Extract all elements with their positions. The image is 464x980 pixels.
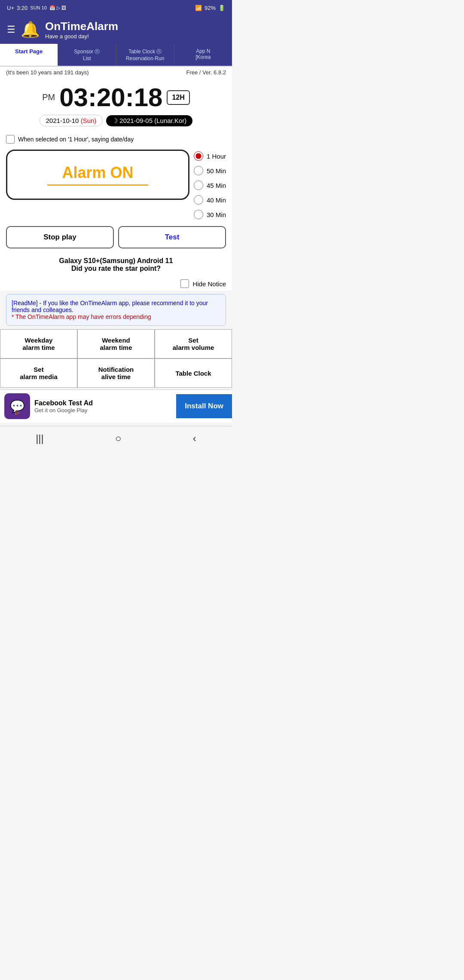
alarm-word: Alarm — [62, 164, 110, 181]
gregorian-date: 2021-10-10 (Sun) — [40, 115, 103, 126]
radio-30min[interactable]: 30 Min — [194, 210, 226, 219]
day-of-week: (Sun) — [81, 117, 97, 124]
radio-1hour[interactable]: 1 Hour — [194, 151, 226, 161]
version-text: Free / Ver. 6.8.2 — [186, 69, 226, 76]
device-info: Galaxy S10+(Samsung) Android 11 Did you … — [0, 253, 232, 277]
radio-1hour-input[interactable] — [194, 151, 203, 161]
moon-icon: ☽ — [112, 117, 118, 125]
main-panel: Alarm ON 1 Hour 50 Min 45 Min 40 Min 30 … — [0, 147, 232, 222]
radio-1hour-label: 1 Hour — [207, 153, 226, 160]
gregorian-date-text: 2021-10-10 — [46, 117, 79, 124]
set-alarm-media-button[interactable]: Setalarm media — [0, 358, 77, 388]
ad-title: Facebook Test Ad — [34, 399, 176, 407]
notification-alive-button[interactable]: Notificationalive time — [77, 358, 155, 388]
install-now-button[interactable]: Install Now — [176, 394, 232, 418]
bell-icon: 🔔 — [21, 21, 40, 39]
radio-30min-label: 30 Min — [207, 211, 226, 218]
clock-ampm: PM — [42, 92, 55, 102]
checkbox-label: When selected on '1 Hour', saying date/d… — [18, 136, 134, 143]
nav-home-button[interactable]: ○ — [115, 432, 122, 444]
ad-banner: 💬 ▷ Facebook Test Ad Get it on Google Pl… — [0, 389, 232, 423]
stop-play-button[interactable]: Stop play — [6, 226, 114, 248]
lunar-date: ☽ 2021-09-05 (Lunar.Kor) — [106, 115, 192, 126]
info-bar: (It's been 10 years and 191 days) Free /… — [0, 67, 232, 78]
radio-options: 1 Hour 50 Min 45 Min 40 Min 30 Min — [194, 150, 226, 219]
radio-50min-input[interactable] — [194, 166, 203, 175]
action-buttons-row: Stop play Test — [0, 222, 232, 253]
status-left: U+ 3:20 SUN 10 📅 ▷ 🖼 — [7, 5, 66, 11]
readme-box: [ReadMe] - If you like the OnTimeAlarm a… — [6, 294, 226, 326]
alarm-on-word: ON — [110, 164, 134, 181]
radio-40min-label: 40 Min — [207, 196, 226, 204]
clock-time: 03:20:18 — [59, 83, 162, 112]
ad-icon: 💬 ▷ — [4, 393, 30, 419]
carrier-label: U+ — [7, 5, 14, 11]
battery-icon: 🔋 — [218, 5, 225, 11]
alarm-underline — [47, 184, 149, 186]
status-right: 📶 92% 🔋 — [195, 5, 225, 11]
tab-table-clock[interactable]: Table Clock ⓝReservation·Run — [116, 44, 174, 66]
readme-line1: [ReadMe] - If you like the OnTimeAlarm a… — [12, 300, 220, 313]
ad-text: Facebook Test Ad Get it on Google Play — [34, 399, 176, 413]
alarm-box[interactable]: Alarm ON — [6, 150, 189, 200]
device-line2: Did you rate the star point? — [6, 265, 226, 273]
radio-40min-input[interactable] — [194, 195, 203, 205]
radio-45min-label: 45 Min — [207, 182, 226, 189]
hide-notice-row: Hide Notice — [0, 277, 232, 291]
table-clock-button[interactable]: Table Clock — [155, 358, 232, 388]
readme-line2: * The OnTimeAlarm app may have errors de… — [12, 313, 220, 320]
tab-sponsor-list[interactable]: Sponsor ⓝList — [58, 44, 116, 66]
menu-icon[interactable]: ☰ — [7, 24, 15, 35]
alarm-status-text: Alarm ON — [62, 164, 133, 182]
clock-format-button[interactable]: 12H — [167, 90, 189, 105]
status-time: 3:20 — [17, 5, 27, 11]
app-subtitle: Have a good day! — [45, 33, 118, 40]
radio-30min-input[interactable] — [194, 210, 203, 219]
app-title: OnTimeAlarm — [45, 20, 118, 33]
days-text: (It's been 10 years and 191 days) — [6, 69, 89, 76]
status-bar: U+ 3:20 SUN 10 📅 ▷ 🖼 📶 92% 🔋 — [0, 0, 232, 15]
clock-display: PM 03:20:18 12H — [6, 83, 226, 112]
tab-bar: Start Page Sponsor ⓝList Table Clock ⓝRe… — [0, 44, 232, 67]
bottom-buttons: Weekdayalarm time Weekendalarm time Seta… — [0, 329, 232, 388]
device-line1: Galaxy S10+(Samsung) Android 11 — [6, 257, 226, 265]
nav-back-button[interactable]: ‹ — [193, 432, 196, 444]
set-alarm-volume-button[interactable]: Setalarm volume — [155, 329, 232, 358]
hide-notice-checkbox[interactable] — [180, 279, 189, 288]
lunar-date-text: 2021-09-05 (Lunar.Kor) — [119, 117, 186, 124]
status-icons: SUN 10 📅 ▷ 🖼 — [30, 5, 66, 11]
radio-40min[interactable]: 40 Min — [194, 195, 226, 205]
nav-pause-button[interactable]: ||| — [36, 432, 44, 444]
hour-date-checkbox[interactable] — [6, 135, 15, 144]
header-text: OnTimeAlarm Have a good day! — [45, 20, 118, 40]
radio-50min[interactable]: 50 Min — [194, 166, 226, 175]
ad-play-icon: ▷ — [15, 410, 19, 416]
weekday-alarm-button[interactable]: Weekdayalarm time — [0, 329, 77, 358]
date-row: 2021-10-10 (Sun) ☽ 2021-09-05 (Lunar.Kor… — [6, 115, 226, 126]
radio-50min-label: 50 Min — [207, 167, 226, 175]
test-button[interactable]: Test — [118, 226, 226, 248]
radio-45min-input[interactable] — [194, 181, 203, 190]
nav-bar: ||| ○ ‹ — [0, 426, 232, 450]
tab-app-n[interactable]: App N[Korea — [174, 44, 232, 66]
battery-label: 92% — [205, 5, 216, 11]
tab-start-page[interactable]: Start Page — [0, 44, 58, 66]
weekend-alarm-button[interactable]: Weekendalarm time — [77, 329, 155, 358]
wifi-icon: 📶 — [195, 5, 202, 11]
radio-45min[interactable]: 45 Min — [194, 181, 226, 190]
clock-area: PM 03:20:18 12H 2021-10-10 (Sun) ☽ 2021-… — [0, 78, 232, 132]
ad-subtitle: Get it on Google Play — [34, 407, 176, 413]
hide-notice-label: Hide Notice — [192, 280, 226, 288]
checkbox-row: When selected on '1 Hour', saying date/d… — [0, 132, 232, 147]
app-header: ☰ 🔔 OnTimeAlarm Have a good day! — [0, 15, 232, 44]
